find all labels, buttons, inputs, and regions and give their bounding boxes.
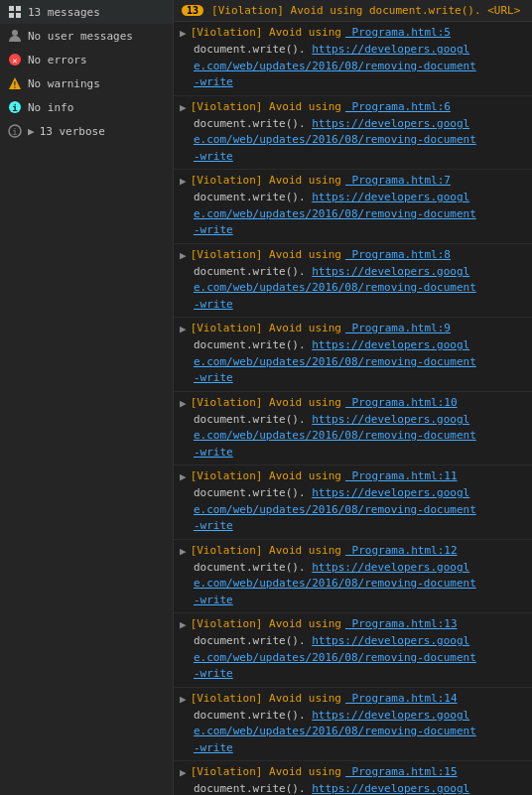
main-panel: 13 [Violation] Avoid using document.writ… bbox=[174, 0, 532, 795]
svg-rect-1 bbox=[16, 6, 21, 11]
error-icon: ✕ bbox=[8, 53, 22, 66]
log-entry-header: ▶ [Violation] Avoid using Programa.html:… bbox=[180, 469, 526, 483]
expand-triangle[interactable]: ▶ bbox=[180, 249, 187, 262]
expand-triangle[interactable]: ▶ bbox=[180, 323, 187, 335]
summary-row: 13 [Violation] Avoid using document.writ… bbox=[174, 0, 532, 22]
log-body: document.write(). https://developers.goo… bbox=[180, 781, 526, 795]
doc-write-text: document.write(). bbox=[194, 413, 306, 426]
violation-label: [Violation] Avoid using bbox=[191, 100, 341, 113]
log-entry-header: ▶ [Violation] Avoid using Programa.html:… bbox=[180, 765, 526, 779]
expand-triangle[interactable]: ▶ bbox=[180, 470, 187, 483]
sidebar-item-all-label: 13 messages bbox=[28, 6, 100, 19]
log-body: document.write(). https://developers.goo… bbox=[180, 633, 526, 683]
violation-label: [Violation] Avoid using bbox=[191, 692, 341, 705]
file-link[interactable]: Programa.html:6 bbox=[345, 100, 451, 113]
log-body: document.write(). https://developers.goo… bbox=[180, 485, 526, 535]
doc-write-text: document.write(). bbox=[194, 117, 306, 130]
warning-icon: ! bbox=[8, 76, 22, 90]
sidebar-item-info[interactable]: i No info bbox=[0, 95, 173, 119]
summary-text: [Violation] Avoid using document.write()… bbox=[211, 4, 520, 17]
file-link[interactable]: Programa.html:15 bbox=[345, 765, 458, 778]
sidebar-item-verbose-label: 13 verbose bbox=[40, 125, 105, 138]
sidebar-item-warnings-label: No warnings bbox=[28, 77, 100, 90]
violation-label: [Violation] Avoid using bbox=[191, 26, 341, 39]
violation-label: [Violation] Avoid using bbox=[191, 544, 341, 557]
log-entry-header: ▶ [Violation] Avoid using Programa.html:… bbox=[180, 396, 526, 410]
doc-write-text: document.write(). bbox=[194, 191, 306, 203]
log-entry: ▶ [Violation] Avoid using Programa.html:… bbox=[174, 465, 532, 540]
expand-triangle[interactable]: ▶ bbox=[180, 175, 187, 188]
svg-rect-0 bbox=[9, 6, 14, 11]
log-body: document.write(). https://developers.goo… bbox=[180, 264, 526, 314]
log-entry-header: ▶ [Violation] Avoid using Programa.html:… bbox=[180, 248, 526, 262]
file-link[interactable]: Programa.html:9 bbox=[345, 322, 451, 334]
doc-write-text: document.write(). bbox=[194, 561, 306, 574]
doc-write-text: document.write(). bbox=[194, 43, 306, 56]
file-link[interactable]: Programa.html:12 bbox=[345, 544, 458, 557]
sidebar-item-errors-label: No errors bbox=[28, 54, 87, 66]
violation-label: [Violation] Avoid using bbox=[191, 396, 341, 409]
file-link[interactable]: Programa.html:7 bbox=[345, 174, 451, 187]
log-entry: ▶ [Violation] Avoid using Programa.html:… bbox=[174, 22, 532, 96]
person-icon bbox=[8, 29, 22, 43]
log-entry: ▶ [Violation] Avoid using Programa.html:… bbox=[174, 392, 532, 466]
expand-triangle[interactable]: ▶ bbox=[180, 101, 187, 114]
log-entry-header: ▶ [Violation] Avoid using Programa.html:… bbox=[180, 617, 526, 631]
file-link[interactable]: Programa.html:8 bbox=[345, 248, 451, 261]
expand-triangle[interactable]: ▶ bbox=[180, 693, 187, 706]
violation-label: [Violation] Avoid using bbox=[191, 322, 341, 334]
log-entry: ▶ [Violation] Avoid using Programa.html:… bbox=[174, 613, 532, 688]
log-entry: ▶ [Violation] Avoid using Programa.html:… bbox=[174, 761, 532, 795]
log-entry-header: ▶ [Violation] Avoid using Programa.html:… bbox=[180, 174, 526, 188]
file-link[interactable]: Programa.html:11 bbox=[345, 469, 458, 482]
log-body: document.write(). https://developers.goo… bbox=[180, 560, 526, 609]
sidebar-item-user-label: No user messages bbox=[28, 30, 133, 43]
sidebar-item-user[interactable]: No user messages bbox=[0, 24, 173, 48]
expand-triangle[interactable]: ▶ bbox=[180, 397, 187, 410]
sidebar-item-warnings[interactable]: ! No warnings bbox=[0, 71, 173, 95]
file-link[interactable]: Programa.html:13 bbox=[345, 617, 458, 630]
violation-label: [Violation] Avoid using bbox=[191, 248, 341, 261]
svg-text:i: i bbox=[12, 103, 18, 113]
file-link[interactable]: Programa.html:14 bbox=[345, 692, 458, 705]
doc-write-text: document.write(). bbox=[194, 782, 306, 795]
doc-write-text: document.write(). bbox=[194, 709, 306, 722]
log-list: ▶ [Violation] Avoid using Programa.html:… bbox=[174, 22, 532, 795]
expand-triangle[interactable]: ▶ bbox=[180, 618, 187, 631]
log-body: document.write(). https://developers.goo… bbox=[180, 708, 526, 757]
log-entry-header: ▶ [Violation] Avoid using Programa.html:… bbox=[180, 100, 526, 114]
log-entry-header: ▶ [Violation] Avoid using Programa.html:… bbox=[180, 692, 526, 706]
expand-triangle[interactable]: ▶ bbox=[180, 27, 187, 40]
summary-badge: 13 bbox=[182, 5, 203, 16]
sidebar: 13 messages No user messages ✕ No errors… bbox=[0, 0, 174, 795]
log-body: document.write(). https://developers.goo… bbox=[180, 412, 526, 462]
sidebar-item-errors[interactable]: ✕ No errors bbox=[0, 48, 173, 71]
doc-write-text: document.write(). bbox=[194, 634, 306, 647]
file-link[interactable]: Programa.html:10 bbox=[345, 396, 458, 409]
svg-rect-3 bbox=[16, 13, 21, 18]
svg-point-4 bbox=[12, 30, 18, 36]
doc-write-text: document.write(). bbox=[194, 265, 306, 278]
verbose-icon: i bbox=[8, 124, 22, 138]
log-entry-header: ▶ [Violation] Avoid using Programa.html:… bbox=[180, 26, 526, 40]
violation-label: [Violation] Avoid using bbox=[191, 765, 341, 778]
log-entry: ▶ [Violation] Avoid using Programa.html:… bbox=[174, 318, 532, 392]
log-body: document.write(). https://developers.goo… bbox=[180, 116, 526, 166]
log-entry: ▶ [Violation] Avoid using Programa.html:… bbox=[174, 540, 532, 614]
svg-text:!: ! bbox=[13, 81, 18, 90]
expand-triangle[interactable]: ▶ bbox=[180, 545, 187, 558]
violation-label: [Violation] Avoid using bbox=[191, 617, 341, 630]
file-link[interactable]: Programa.html:5 bbox=[345, 26, 451, 39]
log-body: document.write(). https://developers.goo… bbox=[180, 42, 526, 91]
sidebar-item-info-label: No info bbox=[28, 101, 73, 114]
log-body: document.write(). https://developers.goo… bbox=[180, 190, 526, 239]
expand-triangle[interactable]: ▶ bbox=[180, 766, 187, 779]
svg-text:✕: ✕ bbox=[12, 56, 17, 66]
svg-rect-2 bbox=[9, 13, 14, 18]
violation-label: [Violation] Avoid using bbox=[191, 469, 341, 482]
log-entry: ▶ [Violation] Avoid using Programa.html:… bbox=[174, 244, 532, 319]
sidebar-item-verbose-expand: ▶ bbox=[28, 125, 35, 138]
sidebar-item-verbose[interactable]: i ▶ 13 verbose bbox=[0, 119, 173, 143]
sidebar-item-all[interactable]: 13 messages bbox=[0, 0, 173, 24]
info-icon: i bbox=[8, 100, 22, 114]
